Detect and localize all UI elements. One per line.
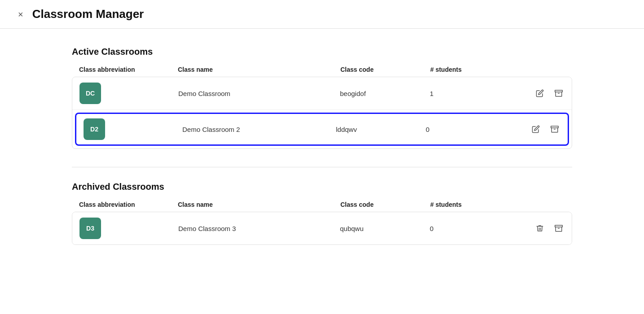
main-content: Active Classrooms Class abbreviation Cla… <box>0 29 644 281</box>
archived-classrooms-section: Archived Classrooms Class abbreviation C… <box>72 182 572 245</box>
col-actions-header <box>511 66 565 73</box>
class-name: Demo Classroom <box>178 90 340 97</box>
col-abbr-header: Class abbreviation <box>79 66 178 73</box>
archive-button[interactable] <box>553 87 565 99</box>
trash-icon <box>536 224 544 232</box>
pencil-icon <box>532 125 540 133</box>
student-count: 0 <box>430 225 511 232</box>
col-students-header: # students <box>430 66 511 73</box>
table-row: D2 Demo Classroom 2 lddqwv 0 <box>75 113 569 146</box>
class-name: Demo Classroom 3 <box>178 225 340 232</box>
active-classrooms-title: Active Classrooms <box>72 47 572 57</box>
active-classrooms-section: Active Classrooms Class abbreviation Cla… <box>72 47 572 149</box>
col-students-header: # students <box>430 201 511 208</box>
archived-table-header: Class abbreviation Class name Class code… <box>72 199 572 210</box>
table-row: D3 Demo Classroom 3 qubqwu 0 <box>72 212 572 244</box>
svg-rect-2 <box>551 126 559 128</box>
class-code: qubqwu <box>340 225 430 232</box>
edit-button[interactable] <box>534 87 546 99</box>
col-code-header: Class code <box>340 66 430 73</box>
archive-icon <box>555 224 563 232</box>
svg-rect-0 <box>555 90 563 92</box>
row-actions <box>511 87 565 99</box>
row-actions <box>507 123 560 135</box>
archived-classrooms-title: Archived Classrooms <box>72 182 572 192</box>
class-badge: D3 <box>79 218 101 239</box>
class-code: beogidof <box>340 90 430 97</box>
edit-button[interactable] <box>530 123 542 135</box>
pencil-icon <box>536 89 544 97</box>
archive-button[interactable] <box>549 123 560 135</box>
archive-button[interactable] <box>553 222 565 234</box>
class-badge: D2 <box>84 118 105 140</box>
archived-classrooms-table: D3 Demo Classroom 3 qubqwu 0 <box>72 212 572 245</box>
col-actions-header <box>511 201 565 208</box>
class-name: Demo Classroom 2 <box>182 126 336 133</box>
app-header: × Classroom Manager <box>0 0 644 29</box>
class-code: lddqwv <box>336 126 426 133</box>
highlighted-row-wrapper: ➜ D2 Demo Classroom 2 lddqwv 0 <box>72 113 572 146</box>
section-divider <box>72 167 572 167</box>
svg-rect-4 <box>555 225 563 227</box>
table-row: DC Demo Classroom beogidof 1 <box>72 77 572 110</box>
close-button[interactable]: × <box>18 10 23 19</box>
col-name-header: Class name <box>178 201 340 208</box>
col-abbr-header: Class abbreviation <box>79 201 178 208</box>
student-count: 1 <box>430 90 511 97</box>
active-table-header: Class abbreviation Class name Class code… <box>72 64 572 75</box>
student-count: 0 <box>426 126 507 133</box>
col-code-header: Class code <box>340 201 430 208</box>
page-title: Classroom Manager <box>32 7 144 21</box>
active-classrooms-table: DC Demo Classroom beogidof 1 <box>72 77 572 149</box>
row-actions <box>511 222 565 234</box>
class-badge: DC <box>79 83 101 104</box>
col-name-header: Class name <box>178 66 340 73</box>
archive-icon <box>551 125 559 133</box>
delete-button[interactable] <box>534 222 546 234</box>
archive-icon <box>555 89 563 97</box>
